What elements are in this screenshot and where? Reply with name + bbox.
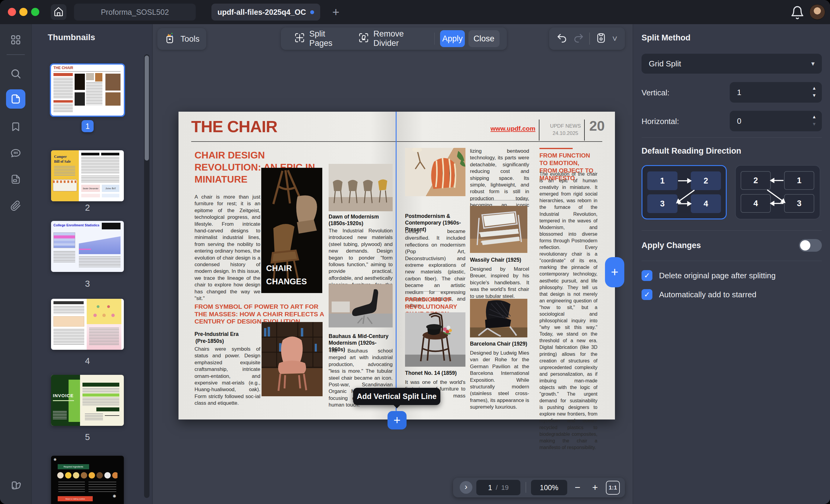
horizontal-value: 0 [737, 116, 741, 126]
column-rule [405, 291, 466, 292]
titlebar: Proforma_SOSL502 updf-all-files-2025q4_O… [0, 0, 830, 24]
stepper-up-icon[interactable]: ▲ [812, 113, 817, 121]
close-button[interactable]: Close [469, 30, 500, 47]
mini-title: THE CHAIR [54, 66, 73, 70]
reading-direction-label: Default Reading Direction [641, 146, 741, 156]
attachments-icon[interactable] [6, 196, 25, 215]
column-rule [470, 200, 529, 200]
stepper-down-icon[interactable]: ▼ [812, 92, 817, 99]
thumbnail-page-5[interactable]: INVOICE [51, 375, 124, 426]
page-number-input[interactable]: 1 / 19 [476, 480, 520, 495]
split-pages-button[interactable]: Split Pages [288, 28, 352, 50]
thumbnails-panel-icon[interactable] [6, 89, 25, 109]
app-window: Proforma_SOSL502 updf-all-files-2025q4_O… [0, 0, 830, 504]
auto-star-checkbox-row[interactable]: ✓ Automatically add to starred [641, 289, 756, 300]
toggle-knob [800, 240, 810, 250]
photo-caption: CHANGES [266, 277, 307, 287]
thumbnails-panel: Thumbnails THE CHAIR 1 Camper Bill of Sa… [32, 24, 153, 504]
apply-button[interactable]: Apply [440, 30, 465, 47]
home-icon [54, 6, 64, 18]
remove-divider-button[interactable]: Remove Divider [352, 28, 432, 50]
direction-arrows-icon [642, 166, 726, 219]
next-page-button[interactable]: › [460, 481, 472, 494]
document-page: THE CHAIR www.updf.com UPDF NEWS 24.10.2… [179, 112, 615, 419]
zoom-in-button[interactable]: + [588, 478, 602, 497]
comments-icon[interactable] [6, 144, 25, 163]
bookmarks-icon[interactable] [6, 117, 25, 136]
traffic-light-zoom[interactable] [31, 8, 39, 16]
mini-signature: Seale Olexander [81, 185, 100, 192]
dropdown-value: Grid Split [649, 59, 681, 68]
history-save-group: ˅ [549, 28, 625, 50]
tools-button[interactable]: Tools [157, 28, 206, 50]
split-settings-panel: Split Method Grid Split ▾ Vertical: 1 ▲ … [633, 24, 830, 504]
panel-divider [641, 261, 822, 261]
form-fields-icon[interactable] [6, 170, 25, 189]
delete-original-checkbox-row[interactable]: ✓ Delete original page after splitting [641, 270, 776, 281]
brand-logo-icon[interactable] [6, 477, 25, 496]
save-button[interactable] [595, 32, 607, 45]
search-icon[interactable] [6, 64, 25, 83]
user-avatar[interactable] [809, 4, 825, 20]
split-method-dropdown[interactable]: Grid Split ▾ [641, 54, 822, 74]
tools-label: Tools [180, 34, 199, 44]
tab-proforma[interactable]: Proforma_SOSL502 [74, 4, 196, 21]
mini-title: College Enrollment Statistics [54, 223, 99, 227]
caret-down-icon: ▾ [811, 60, 815, 68]
notifications-bell-icon[interactable] [790, 5, 805, 20]
add-split-tooltip: Add Vertical Split Line [353, 388, 440, 405]
masthead-rule [191, 141, 602, 142]
add-vertical-split-button[interactable]: + [387, 411, 407, 430]
website-link[interactable]: www.updf.com [490, 125, 536, 132]
redo-icon[interactable] [573, 33, 584, 45]
section-heading: Barcelona Chair (1929) [470, 340, 529, 347]
scrollbar-thumb[interactable] [145, 56, 149, 161]
stepper-down-icon[interactable]: ▼ [812, 121, 817, 128]
add-horizontal-split-button[interactable]: + [605, 257, 624, 287]
thumbnail-page-1[interactable]: THE CHAIR [51, 65, 124, 115]
issue-name: UPDF NEWS [548, 123, 582, 130]
mini-title: Bill of Sale [54, 159, 71, 164]
stepper-up-icon[interactable]: ▲ [812, 85, 817, 92]
thumbnail-page-3[interactable]: College Enrollment Statistics [51, 221, 124, 272]
page-number-badge: 1 [82, 120, 94, 132]
traffic-light-close[interactable] [8, 8, 16, 16]
undo-icon[interactable] [557, 33, 568, 45]
photo-bucket-chairs [329, 164, 393, 211]
new-tab-button[interactable]: + [329, 5, 343, 19]
vertical-split-line[interactable] [396, 112, 396, 419]
zoom-out-button[interactable]: − [571, 478, 584, 497]
home-button[interactable] [51, 4, 66, 20]
vertical-stepper[interactable]: 1 ▲ ▼ [730, 82, 822, 103]
mini-signature: Jaime Bell [102, 185, 119, 192]
thumbnail-page-6[interactable]: ❋ Required Ingredients Steps to making c… [51, 456, 124, 504]
save-menu-chevron-icon[interactable]: ˅ [612, 34, 618, 44]
zoom-level[interactable]: 100% [531, 480, 567, 495]
article-body: A chair is more than just furniture for … [194, 194, 260, 302]
section-heading: Pre-Industrial Era [194, 331, 260, 337]
traffic-light-minimize[interactable] [19, 8, 28, 16]
toolbar-divider [434, 33, 435, 45]
grid-view-icon[interactable] [6, 30, 25, 49]
thumbnail-page-4[interactable] [51, 299, 124, 350]
photo-barcelona-chair [470, 299, 528, 337]
reading-direction-rtl-option[interactable]: 2 1 4 3 [735, 165, 820, 220]
checkbox-checked-icon[interactable]: ✓ [641, 270, 652, 281]
horizontal-stepper[interactable]: 0 ▲ ▼ [730, 111, 822, 131]
thumbnail-label: 5 [51, 432, 124, 442]
section-heading: Wassily Chair (1925) [470, 257, 529, 263]
checkbox-checked-icon[interactable]: ✓ [641, 289, 652, 300]
mini-title: INVOICE [53, 393, 74, 398]
section-heading: Dawn of Modernism (1850s-1920s) [329, 213, 393, 227]
checkbox-label: Delete original page after splitting [659, 271, 776, 280]
current-page: 1 [488, 483, 492, 492]
tools-icon [164, 32, 175, 46]
reading-direction-ltr-option[interactable]: 1 2 3 4 [641, 165, 727, 220]
actual-size-button[interactable]: 1:1 [606, 481, 620, 495]
header-divider [539, 120, 539, 141]
apply-changes-toggle[interactable] [799, 239, 822, 252]
thumbnail-page-2[interactable]: Camper Bill of Sale Seale Olexander Jaim… [51, 150, 124, 201]
heading-rule [539, 148, 573, 149]
tab-updf-all-files[interactable]: updf-all-files-2025q4_OC [212, 4, 320, 21]
mini-title: Camper [54, 155, 67, 159]
